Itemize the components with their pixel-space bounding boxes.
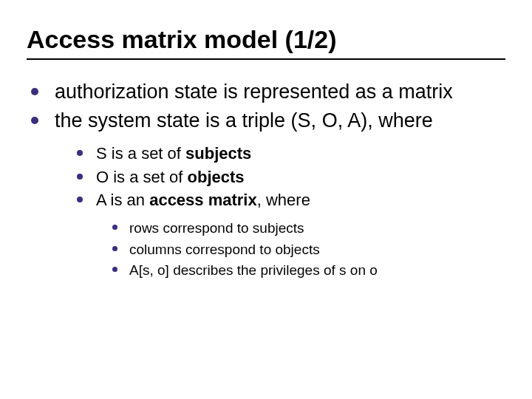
list-item: O is a set of objects	[75, 167, 505, 188]
list-item-text: S is a set of subjects	[96, 143, 251, 165]
list-item: S is a set of subjects	[75, 143, 505, 165]
list-item: authorization state is represented as a …	[27, 79, 505, 105]
bullet-icon	[112, 225, 117, 230]
list-item: A[s, o] describes the privileges of s on…	[111, 261, 505, 280]
bullet-list-level1: authorization state is represented as a …	[27, 79, 505, 133]
list-item-text: A is an access matrix, where	[96, 190, 310, 211]
list-item-text: the system state is a triple (S, O, A), …	[55, 108, 433, 134]
list-item: the system state is a triple (S, O, A), …	[27, 108, 505, 134]
list-item: A is an access matrix, where	[75, 190, 505, 211]
list-item-text: authorization state is represented as a …	[55, 79, 453, 105]
bullet-icon	[31, 117, 38, 124]
bullet-icon	[77, 197, 83, 202]
bullet-icon	[112, 267, 117, 272]
bullet-icon	[77, 150, 83, 156]
list-item: rows correspond to subjects	[111, 219, 505, 238]
title-underline	[27, 58, 505, 60]
list-item-text: rows correspond to subjects	[129, 219, 304, 238]
slide-title: Access matrix model (1/2)	[27, 25, 505, 54]
bullet-list-level2: S is a set of subjects O is a set of obj…	[75, 143, 505, 211]
bullet-list-level3: rows correspond to subjects columns corr…	[111, 219, 505, 280]
bullet-icon	[112, 246, 117, 251]
list-item-text: columns correspond to objects	[129, 240, 320, 259]
bullet-icon	[77, 174, 83, 180]
list-item-text: O is a set of objects	[96, 167, 245, 188]
list-item-text: A[s, o] describes the privileges of s on…	[129, 261, 378, 280]
list-item: columns correspond to objects	[111, 240, 505, 259]
bullet-icon	[31, 88, 38, 95]
slide: Access matrix model (1/2) authorization …	[0, 0, 532, 399]
